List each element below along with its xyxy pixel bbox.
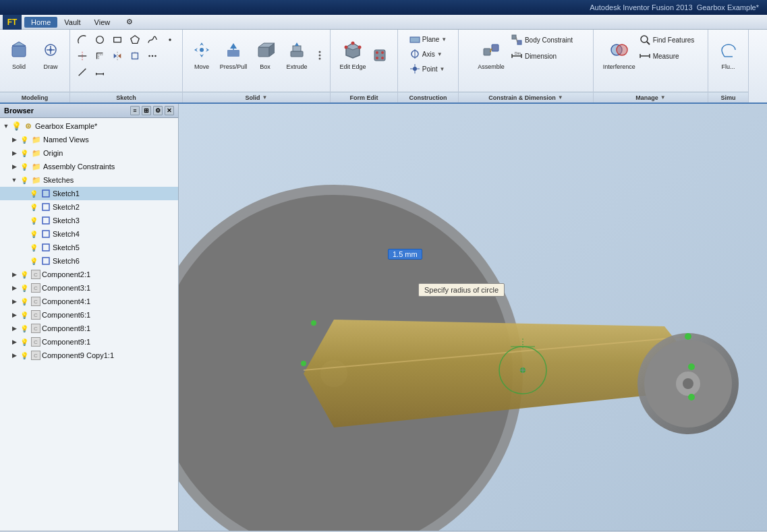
menu-home[interactable]: Home [24, 17, 57, 28]
svg-line-18 [79, 69, 86, 76]
sketch-circle-btn[interactable] [92, 32, 108, 47]
interference-button[interactable]: Interference [604, 32, 634, 78]
assembly-constraints-expander[interactable]: ▶ [9, 162, 19, 171]
tree-sketch2[interactable]: 💡 Sketch2 [0, 200, 178, 214]
sketch-spline-btn[interactable] [144, 32, 161, 47]
tree-component9[interactable]: ▶ 💡 C Component9:1 [0, 335, 178, 349]
component3-expander[interactable]: ▶ [9, 283, 19, 293]
press-pull-button[interactable]: Press/Pull [219, 32, 248, 78]
assemble-icon [482, 40, 501, 62]
sketches-expander[interactable]: ▼ [9, 175, 19, 185]
find-features-button[interactable]: Find Features [636, 32, 698, 47]
tree-assembly-constraints[interactable]: ▶ 💡 📁 Assembly Constraints [0, 160, 178, 173]
point-button[interactable]: Point ▼ [407, 62, 448, 76]
component9copy-light-icon: 💡 [19, 350, 30, 361]
form-edit-more[interactable] [370, 32, 390, 78]
measure-button[interactable]: Measure [636, 49, 698, 63]
tree-sketch3[interactable]: 💡 Sketch3 [0, 214, 178, 227]
origin-expander[interactable]: ▶ [9, 148, 19, 158]
tree-named-views[interactable]: ▶ 💡 📁 Named Views [0, 133, 178, 146]
svg-marker-8 [131, 36, 139, 44]
menu-view[interactable]: View [88, 17, 117, 28]
svg-point-5 [49, 49, 52, 51]
component8-expander[interactable]: ▶ [9, 324, 19, 333]
box-label: Box [260, 63, 271, 70]
component9copy-expander[interactable]: ▶ [9, 351, 19, 360]
assemble-button[interactable]: Assemble [476, 32, 506, 78]
component2-icon: C [31, 270, 40, 279]
named-views-expander[interactable]: ▶ [9, 135, 19, 144]
sketch-rect-btn[interactable] [109, 32, 125, 47]
component3-label: Component3:1 [42, 284, 90, 292]
tree-component6[interactable]: ▶ 💡 C Component6:1 [0, 308, 178, 322]
tree-component8[interactable]: ▶ 💡 C Component8:1 [0, 322, 178, 335]
svg-rect-78 [42, 217, 49, 224]
svg-point-93 [688, 363, 695, 370]
svg-rect-80 [42, 244, 49, 251]
fluid-button[interactable]: Flu... [714, 32, 743, 78]
tree-sketch6[interactable]: 💡 Sketch6 [0, 254, 178, 268]
component9-light-icon: 💡 [19, 336, 30, 347]
sketch-offset-btn[interactable] [92, 49, 108, 63]
axis-button[interactable]: Axis ▼ [407, 47, 445, 61]
edit-edge-icon [343, 40, 362, 62]
solid-button[interactable]: Solid [4, 32, 34, 78]
press-pull-icon [224, 40, 243, 62]
tree-component9copy[interactable]: ▶ 💡 C Component9 Copy1:1 [0, 349, 178, 362]
menu-bar: FT Home Vault View ⚙ [0, 15, 767, 30]
browser-ctrl-close[interactable]: ✕ [165, 106, 174, 115]
sketch-arc-btn[interactable] [74, 32, 90, 47]
svg-point-94 [688, 394, 695, 401]
tree-sketch4[interactable]: 💡 Sketch4 [0, 227, 178, 241]
more-solid-btn[interactable] [314, 32, 326, 78]
edit-edge-button[interactable]: Edit Edge [338, 32, 368, 78]
extrude-button[interactable]: Extrude [282, 32, 312, 78]
svg-rect-76 [42, 190, 49, 197]
component4-expander[interactable]: ▶ [9, 297, 19, 306]
root-expander[interactable]: ▼ [1, 121, 11, 131]
tree-sketches[interactable]: ▼ 💡 📁 Sketches [0, 173, 178, 187]
extrude-icon [287, 40, 306, 62]
move-button[interactable]: Move [187, 32, 217, 78]
root-label: Gearbox Example* [35, 122, 97, 130]
menu-settings[interactable]: ⚙ [119, 16, 140, 28]
sketch-project-btn[interactable] [127, 49, 143, 63]
component6-expander[interactable]: ▶ [9, 310, 19, 320]
tree-sketch1[interactable]: 💡 Sketch1 [0, 187, 178, 200]
browser-ctrl-tree[interactable]: ⊞ [142, 106, 151, 115]
tree-origin[interactable]: ▶ 💡 📁 Origin [0, 146, 178, 160]
sketch-line-btn[interactable] [74, 65, 90, 80]
app-icon: FT [3, 15, 22, 30]
sketch-trim-btn[interactable] [74, 49, 90, 63]
browser-ctrl-settings[interactable]: ⚙ [153, 106, 163, 115]
ribbon-group-simu: Flu... Simu [708, 30, 749, 102]
body-constraint-button[interactable]: Body Constraint [508, 32, 575, 47]
sketch-mirror-btn[interactable] [109, 49, 125, 63]
dimension-button[interactable]: Dim Dimension [508, 49, 575, 63]
tree-component2[interactable]: ▶ 💡 C Component2:1 [0, 268, 178, 281]
plane-button[interactable]: Plane ▼ [407, 32, 450, 46]
sketch-point-btn[interactable] [162, 32, 178, 47]
menu-vault[interactable]: Vault [57, 17, 87, 28]
component9-expander[interactable]: ▶ [9, 337, 19, 347]
tree-root[interactable]: ▼ 💡 Gearbox Example* [0, 119, 178, 133]
component6-light-icon: 💡 [19, 309, 30, 320]
tree-component3[interactable]: ▶ 💡 C Component3:1 [0, 281, 178, 295]
sketch5-light-icon: 💡 [28, 242, 39, 253]
tree-component4[interactable]: ▶ 💡 C Component4:1 [0, 295, 178, 308]
svg-rect-30 [258, 47, 269, 57]
sketch-dim-btn[interactable] [92, 65, 108, 80]
box-button[interactable]: Box [250, 32, 280, 78]
viewport[interactable]: 1.5 mm Specify radius of circle [179, 104, 767, 531]
sketch-more-btn[interactable] [144, 49, 161, 63]
draw-button[interactable]: Draw [36, 32, 65, 78]
ribbon-group-sketch: Sketch [70, 30, 183, 102]
svg-rect-61 [517, 40, 521, 45]
browser-ctrl-list[interactable]: ≡ [130, 106, 140, 115]
assembly-constraints-label: Assembly Constraints [43, 162, 115, 171]
component8-icon: C [31, 324, 40, 333]
tree-sketch5[interactable]: 💡 Sketch5 [0, 241, 178, 254]
solid-icon [9, 40, 28, 62]
component2-expander[interactable]: ▶ [9, 270, 19, 279]
sketch-polygon-btn[interactable] [127, 32, 143, 47]
